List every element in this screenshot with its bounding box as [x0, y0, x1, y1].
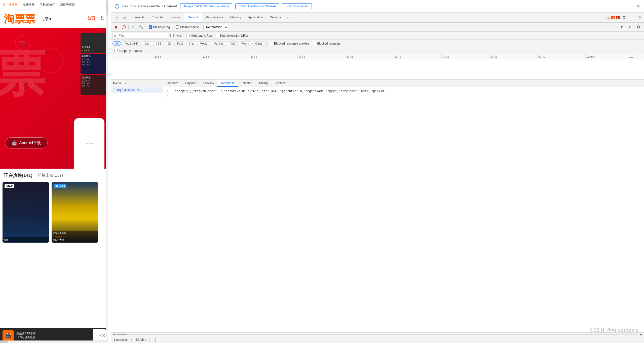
match-language-btn[interactable]: Always match Chrome's language	[180, 3, 232, 9]
timeline-area[interactable]: 10 ms 20 ms 30 ms 40 ms 50 ms 60 ms 70 m…	[111, 54, 644, 80]
detail-tab-cookies[interactable]: Cookies	[271, 80, 289, 87]
invert-checkbox[interactable]	[170, 34, 174, 37]
tab-performance[interactable]: Performance	[202, 13, 227, 22]
accessibility-link[interactable]: 网页无障碍	[60, 3, 75, 7]
record-btn[interactable]: ⏺	[112, 24, 120, 31]
hide-extension-urls-label[interactable]: Hide extension URLs	[214, 34, 250, 37]
blocked-requests-label[interactable]: Blocked requests	[311, 42, 342, 45]
clear-btn[interactable]: 🚫	[120, 24, 127, 31]
close-banner-btn[interactable]: ✕	[101, 332, 106, 338]
network-settings-btn[interactable]: ⚙	[634, 23, 642, 31]
preserve-log-label[interactable]: Preserve log	[147, 25, 171, 29]
hide-data-urls-label[interactable]: Hide data URLs	[185, 34, 213, 37]
scroll-thumb[interactable]	[117, 334, 127, 335]
tick-80ms: 80 ms	[489, 54, 497, 59]
detail-tab-response[interactable]: Response	[217, 80, 238, 87]
table-row-city[interactable]: 📄 cityAction.json?a...	[111, 87, 163, 93]
tick-100ms: 100 ms	[585, 54, 595, 59]
detail-tab-payload[interactable]: Payload	[182, 80, 200, 87]
hero-big-text: 票	[0, 40, 43, 108]
movie-card-1[interactable]: IMAX 饿饿	[3, 182, 49, 243]
line-num-3: 3	[166, 94, 168, 98]
tab-hot[interactable]: 正在热映(141)	[4, 172, 32, 178]
filter-chips-bar: All Fetch/XHR Doc CSS JS Font Img Media …	[111, 40, 644, 47]
blocked-cookies-checkbox[interactable]	[270, 42, 273, 45]
detail-tab-headers[interactable]: Headers	[163, 80, 182, 87]
blocked-cookies-label[interactable]: Blocked response cookies	[268, 42, 311, 45]
tab-security[interactable]: Security	[267, 13, 284, 22]
chip-img[interactable]: Img	[186, 41, 196, 46]
hide-extension-urls-checkbox[interactable]	[216, 34, 219, 37]
banner-icon: 🎬	[3, 330, 14, 341]
disable-cache-checkbox[interactable]	[176, 25, 179, 29]
filter-input[interactable]	[112, 33, 168, 39]
export-btn[interactable]: ⬇	[626, 24, 633, 31]
third-party-label[interactable]: 3rd-party requests	[113, 49, 145, 53]
scroll-right-btn[interactable]: ▶	[639, 333, 643, 336]
import-btn[interactable]: ⬆	[618, 24, 625, 31]
nav-other[interactable]: 影	[100, 16, 104, 22]
third-party-row: 3rd-party requests	[111, 47, 644, 54]
tab-network[interactable]: Network	[184, 13, 202, 22]
tab-elements[interactable]: Elements	[128, 13, 148, 22]
tab-console[interactable]: Console	[148, 13, 166, 22]
row-name-city[interactable]: 📄 cityAction.json?a...	[111, 87, 156, 92]
tab-memory[interactable]: Memory	[227, 13, 245, 22]
nav-home[interactable]: 首页	[87, 16, 95, 22]
tick-70ms: 70 ms	[441, 54, 449, 59]
bottom-scrollbar[interactable]: ◀ ▶	[111, 332, 644, 336]
scroll-track[interactable]	[117, 334, 638, 335]
scrollbar[interactable]	[106, 0, 108, 343]
notification-close-btn[interactable]: ✕	[636, 4, 640, 9]
close-col-btn[interactable]: ✕	[122, 82, 129, 85]
json-icon[interactable]: { }	[154, 338, 156, 341]
chip-fetch-xhr[interactable]: Fetch/XHR	[122, 41, 141, 46]
logo[interactable]: 淘票票	[4, 12, 35, 26]
filter-icon: ⧖	[114, 34, 116, 37]
chip-manifest[interactable]: Manifest	[211, 41, 227, 46]
scroll-left-btn[interactable]: ◀	[112, 333, 116, 336]
chip-doc[interactable]: Doc	[142, 41, 152, 46]
third-party-checkbox[interactable]	[115, 49, 118, 52]
throttle-select[interactable]: No throttling	[203, 24, 228, 30]
chip-wasm[interactable]: Wasm	[239, 41, 252, 46]
tab-upcoming[interactable]: 即将上映(137)	[37, 173, 63, 178]
chip-media[interactable]: Media	[197, 41, 210, 46]
invert-label[interactable]: Invert	[169, 34, 184, 37]
inspect-icon-btn[interactable]: ⊡	[112, 14, 120, 22]
bottom-scrollbar[interactable]	[0, 340, 106, 343]
col-name-header[interactable]: Name ✕	[111, 82, 156, 85]
chip-js[interactable]: JS	[165, 41, 174, 46]
more-tabs-btn[interactable]: »	[284, 15, 291, 20]
blocked-requests-checkbox[interactable]	[313, 42, 316, 45]
switch-chinese-btn[interactable]: Switch DevTools to Chinese	[235, 3, 279, 9]
tick-50ms: 50 ms	[346, 54, 353, 59]
devtools-settings-btn[interactable]: ⚙	[620, 14, 628, 22]
device-toggle-btn[interactable]: ⊞	[120, 14, 128, 22]
chip-all[interactable]: All	[112, 41, 121, 46]
filter-toggle-btn[interactable]: ⧖	[130, 24, 137, 31]
movie-card-2[interactable]: 3D IMAX 死侍与金刚狼 7/26上映 太久一大映	[52, 182, 98, 243]
chip-font[interactable]: Font	[174, 41, 185, 46]
detail-tab-preview[interactable]: Preview	[200, 80, 218, 87]
login-link[interactable]: 亲，请登录	[3, 3, 18, 7]
chip-css[interactable]: CSS	[153, 41, 164, 46]
android-download-btn[interactable]: 🤖 Android下载	[5, 137, 48, 148]
tab-sources[interactable]: Sources	[166, 13, 184, 22]
devtools-close-btn[interactable]: ✕	[636, 14, 644, 22]
detail-tab-initiator[interactable]: Initiator	[238, 80, 255, 87]
register-link[interactable]: 免费注册	[23, 3, 35, 7]
line-num-1: 1	[166, 90, 168, 93]
city-selector[interactable]: 北京 ▾	[41, 16, 51, 22]
tab-application[interactable]: Application	[245, 13, 267, 22]
hide-data-urls-checkbox[interactable]	[186, 34, 190, 37]
mobile-link[interactable]: 手机逛淘宝	[40, 3, 55, 7]
chip-other[interactable]: Other	[252, 41, 265, 46]
disable-cache-label[interactable]: Disable cache	[174, 25, 200, 29]
chip-ws[interactable]: WS	[228, 41, 238, 46]
search-btn[interactable]: 🔍	[137, 24, 144, 31]
devtools-more-btn[interactable]: ⋮	[628, 14, 636, 22]
dont-show-btn[interactable]: Don't show again	[282, 3, 312, 9]
preserve-log-checkbox[interactable]	[149, 25, 152, 29]
detail-tab-timing[interactable]: Timing	[255, 80, 271, 87]
